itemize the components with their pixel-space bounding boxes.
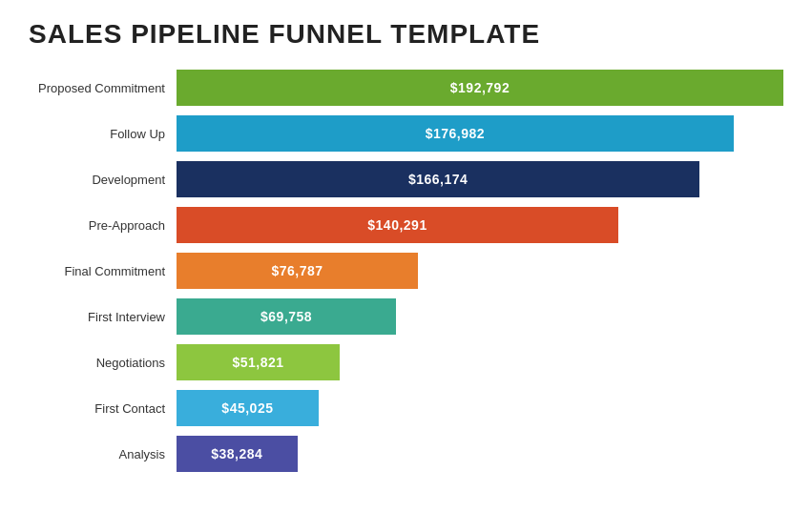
bar-wrapper: $76,787: [177, 250, 783, 292]
bar-label: First Interview: [29, 310, 177, 324]
bar: $166,174: [177, 161, 699, 197]
bar: $69,758: [177, 298, 396, 335]
funnel-chart: Proposed Commitment$192,792Follow Up$176…: [29, 67, 783, 475]
bar-row: Final Commitment$76,787: [29, 250, 783, 292]
bar-row: Follow Up$176,982: [29, 113, 783, 154]
bar-row: Proposed Commitment$192,792: [29, 67, 783, 109]
bar-wrapper: $69,758: [177, 296, 783, 338]
bar-row: First Interview$69,758: [29, 296, 783, 338]
bar: $140,291: [177, 207, 618, 243]
bar-label: Pre-Approach: [29, 218, 177, 233]
bar: $51,821: [177, 344, 340, 380]
bar-wrapper: $176,982: [177, 113, 783, 154]
bar-wrapper: $51,821: [177, 341, 783, 383]
bar-row: First Contact$45,025: [29, 387, 783, 429]
bar-label: Follow Up: [29, 127, 177, 141]
bar-wrapper: $166,174: [177, 158, 783, 200]
bar-wrapper: $192,792: [177, 67, 783, 109]
bar-row: Development$166,174: [29, 158, 783, 200]
bar-wrapper: $140,291: [177, 204, 783, 246]
bar: $176,982: [177, 115, 734, 152]
bar: $192,792: [177, 70, 783, 106]
bar-row: Analysis$38,284: [29, 433, 783, 475]
bar: $45,025: [177, 390, 319, 426]
page-title: SALES PIPELINE FUNNEL TEMPLATE: [29, 19, 783, 50]
bar-wrapper: $38,284: [177, 433, 783, 475]
bar-label: Development: [29, 173, 177, 187]
bar-label: First Contact: [29, 401, 177, 416]
bar-wrapper: $45,025: [177, 387, 783, 429]
bar-label: Proposed Commitment: [29, 81, 177, 95]
bar-label: Negotiations: [29, 356, 177, 370]
bar: $38,284: [177, 436, 298, 472]
bar-row: Pre-Approach$140,291: [29, 204, 783, 246]
bar-label: Final Commitment: [29, 264, 177, 278]
bar: $76,787: [177, 253, 418, 289]
bar-row: Negotiations$51,821: [29, 341, 783, 383]
bar-label: Analysis: [29, 447, 177, 461]
